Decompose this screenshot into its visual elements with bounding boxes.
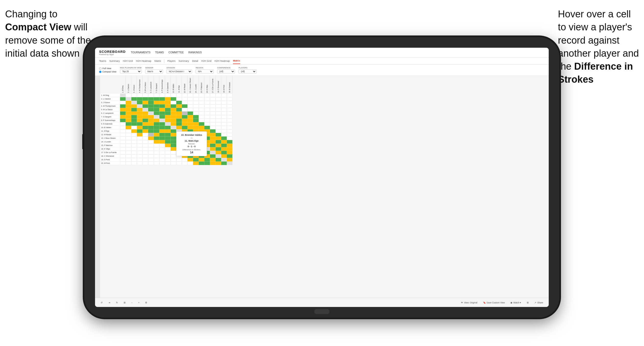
data-cell[interactable] (188, 108, 193, 112)
data-cell[interactable] (137, 158, 143, 162)
data-cell[interactable] (159, 126, 165, 129)
data-cell[interactable] (171, 126, 176, 129)
data-cell[interactable] (227, 115, 232, 119)
data-cell[interactable] (120, 97, 126, 101)
data-cell[interactable] (154, 119, 159, 122)
data-cell[interactable] (221, 108, 227, 112)
data-cell[interactable] (171, 144, 176, 147)
data-cell[interactable] (126, 119, 131, 122)
data-cell[interactable] (137, 162, 143, 165)
data-cell[interactable] (131, 119, 137, 122)
data-cell[interactable] (193, 158, 199, 162)
data-cell[interactable] (148, 119, 154, 122)
data-cell[interactable] (216, 147, 221, 151)
data-cell[interactable] (227, 94, 232, 97)
save-custom-button[interactable]: 🔖 Save Custom View (482, 301, 507, 305)
sub-nav-h2h-grid-left[interactable]: H2H Grid (123, 58, 133, 64)
sub-nav-summary-left[interactable]: Summary (109, 58, 120, 64)
data-cell[interactable] (159, 144, 165, 147)
data-cell[interactable] (182, 115, 188, 119)
data-cell[interactable] (137, 147, 143, 151)
data-cell[interactable] (148, 151, 154, 154)
data-cell[interactable] (176, 122, 182, 126)
data-cell[interactable] (154, 101, 159, 104)
data-cell[interactable] (143, 154, 148, 158)
data-cell[interactable] (137, 112, 143, 115)
data-cell[interactable] (210, 122, 216, 126)
data-cell[interactable] (154, 122, 159, 126)
data-cell[interactable] (131, 108, 137, 112)
data-cell[interactable] (171, 101, 176, 104)
data-cell[interactable] (227, 122, 232, 126)
data-cell[interactable] (171, 133, 176, 137)
data-cell[interactable] (137, 140, 143, 144)
data-cell[interactable] (143, 137, 148, 140)
data-cell[interactable] (216, 104, 221, 108)
data-cell[interactable] (137, 154, 143, 158)
data-cell[interactable] (188, 97, 193, 101)
nav-teams[interactable]: TEAMS (155, 51, 164, 54)
data-cell[interactable] (137, 108, 143, 112)
data-cell[interactable] (159, 140, 165, 144)
sub-nav-h2h-heatmap-right[interactable]: H2H Heatmap (215, 58, 230, 64)
data-cell[interactable] (143, 115, 148, 119)
data-cell[interactable] (210, 147, 216, 151)
data-cell[interactable] (143, 108, 148, 112)
data-cell[interactable] (221, 94, 227, 97)
data-cell[interactable] (120, 154, 126, 158)
data-cell[interactable] (204, 122, 210, 126)
data-cell[interactable] (171, 104, 176, 108)
data-cell[interactable] (143, 126, 148, 129)
zoom-fit-button[interactable]: ⊞ (122, 301, 127, 305)
data-cell[interactable] (137, 97, 143, 101)
data-cell[interactable] (204, 162, 210, 165)
data-cell[interactable] (216, 101, 221, 104)
data-cell[interactable] (176, 126, 182, 129)
data-cell[interactable] (159, 151, 165, 154)
sub-nav-teams[interactable]: Teams (99, 58, 106, 64)
data-cell[interactable] (204, 158, 210, 162)
data-cell[interactable] (126, 147, 131, 151)
data-cell[interactable] (120, 151, 126, 154)
data-cell[interactable] (126, 101, 131, 104)
data-cell[interactable] (143, 122, 148, 126)
data-cell[interactable] (227, 104, 232, 108)
data-cell[interactable] (221, 158, 227, 162)
data-cell[interactable] (193, 97, 199, 101)
data-cell[interactable] (137, 137, 143, 140)
compact-view-option[interactable]: Compact View (99, 70, 116, 73)
data-cell[interactable] (154, 154, 159, 158)
grid-button[interactable]: ⊞ (525, 301, 530, 305)
region-select[interactable]: N/A (196, 69, 214, 73)
data-cell[interactable] (210, 119, 216, 122)
data-cell[interactable] (126, 144, 131, 147)
settings-button[interactable]: ⚙ (144, 301, 149, 305)
data-cell[interactable] (137, 115, 143, 119)
data-cell[interactable] (221, 162, 227, 165)
data-cell[interactable] (165, 119, 171, 122)
data-cell[interactable] (176, 97, 182, 101)
data-cell[interactable] (210, 112, 216, 115)
data-cell[interactable] (188, 101, 193, 104)
data-cell[interactable] (199, 119, 204, 122)
zoom-plus-button[interactable]: + (137, 301, 141, 305)
data-cell[interactable] (148, 144, 154, 147)
data-cell[interactable] (221, 140, 227, 144)
data-cell[interactable] (154, 94, 159, 97)
data-cell[interactable] (143, 151, 148, 154)
data-cell[interactable] (193, 119, 199, 122)
data-cell[interactable] (131, 158, 137, 162)
data-cell[interactable] (210, 140, 216, 144)
data-cell[interactable] (143, 162, 148, 165)
data-cell[interactable] (126, 137, 131, 140)
data-cell[interactable] (188, 126, 193, 129)
data-cell[interactable] (148, 158, 154, 162)
data-cell[interactable] (126, 97, 131, 101)
data-cell[interactable] (221, 101, 227, 104)
data-cell[interactable] (120, 112, 126, 115)
sub-nav-summary-right[interactable]: Summary (179, 58, 189, 64)
data-cell[interactable] (188, 112, 193, 115)
data-cell[interactable] (159, 133, 165, 137)
data-cell[interactable] (159, 112, 165, 115)
data-cell[interactable] (182, 104, 188, 108)
